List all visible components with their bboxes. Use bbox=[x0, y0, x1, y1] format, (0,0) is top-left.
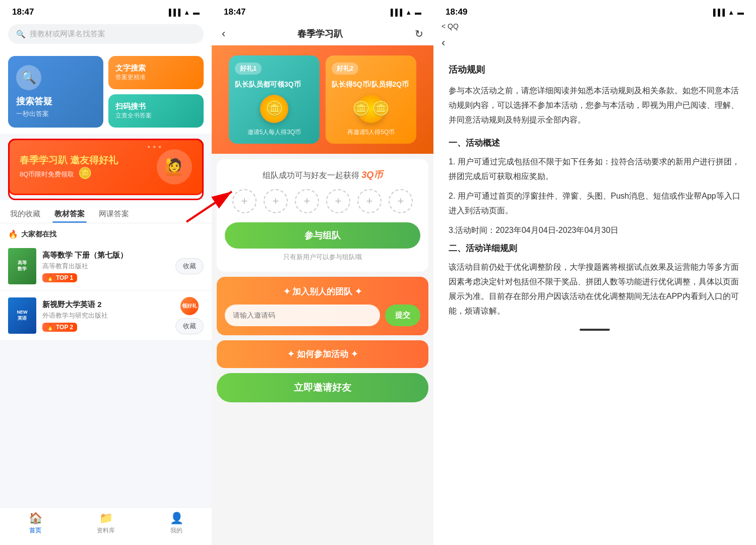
nav-home[interactable]: 🏠 首页 bbox=[0, 512, 71, 535]
gift-subtitle-2: 再邀请5人得5Q币 bbox=[332, 128, 410, 137]
gift-card-2: 好礼2 队长得5Q币/队员得2Q币 🪙🪙 再邀请5人得5Q币 bbox=[326, 55, 416, 144]
fire-icon-small: 🔥 bbox=[46, 274, 54, 281]
signal-icon: ▐▐▐ bbox=[166, 9, 180, 16]
tab-textbook-answers[interactable]: 教材答案 bbox=[52, 205, 87, 223]
book-title-1: 高等数学 下册（第七版） bbox=[42, 251, 169, 260]
book-info-1: 高等数学 下册（第七版） 高等教育出版社 🔥 TOP 1 bbox=[42, 251, 169, 282]
s2-refresh-btn[interactable]: ↻ bbox=[415, 28, 423, 40]
book-item-2: NEW英语 新视野大学英语 2 外语教学与研究出版社 🔥 TOP 2 领好礼 收… bbox=[0, 291, 212, 341]
s3-back-btn[interactable]: ‹ bbox=[433, 32, 756, 53]
book-info-2: 新视野大学英语 2 外语教学与研究出版社 🔥 TOP 2 bbox=[42, 300, 169, 332]
signal-icons-1: ▐▐▐ ▲ ▬ bbox=[166, 9, 200, 16]
team-slot-5: + bbox=[357, 189, 382, 213]
bottom-nav: 🏠 首页 📁 资料库 👤 我的 bbox=[0, 507, 212, 545]
rules-content: 活动规则 参与本次活动之前，请您详细阅读并知悉本活动规则及相关条款。如您不同意本… bbox=[433, 53, 756, 341]
banner-area: 春季学习趴 邀友得好礼 8Q币限时免费领取 🪙 🙋 ✦ ✦ ✦ bbox=[0, 134, 212, 200]
tab-online-answers[interactable]: 网课答案 bbox=[97, 205, 131, 223]
book-tag-1: 🔥 TOP 1 bbox=[42, 273, 77, 282]
invite-friends-btn[interactable]: 立即邀请好友 bbox=[217, 373, 428, 402]
nav-profile[interactable]: 👤 我的 bbox=[141, 512, 212, 535]
screen-spring-event: 18:47 ▐▐▐ ▲ ▬ ‹ 春季学习趴 ↻ 好礼1 队长队员都可领3Q币 🪙… bbox=[212, 0, 433, 545]
banner-coin-icon: 🪙 bbox=[78, 167, 92, 180]
screen-rules: 18:49 ▐▐▐ ▲ ▬ < QQ ‹ 活动规则 参与本次活动之前，请您详细阅… bbox=[433, 0, 756, 545]
fire-icon-small-2: 🔥 bbox=[46, 324, 54, 331]
nav-home-label: 首页 bbox=[29, 526, 41, 535]
banner-figure: 🙋 bbox=[157, 149, 192, 185]
team-slot-6: + bbox=[389, 189, 413, 213]
book-tag-2: 🔥 TOP 2 bbox=[42, 323, 77, 332]
invite-code-input[interactable] bbox=[225, 305, 380, 326]
signal-icons-2: ▐▐▐ ▲ ▬ bbox=[388, 9, 421, 16]
team-section: 组队成功可与好友一起获得 3Q币 + + + + + + 参与组队 只有新用户可… bbox=[217, 159, 428, 272]
book-publisher-2: 外语教学与研究出版社 bbox=[42, 311, 169, 320]
battery-icon-3: ▬ bbox=[737, 9, 744, 16]
qq-indicator: < QQ bbox=[433, 20, 756, 32]
search-answer-btn[interactable]: 🔍 搜索答疑 一秒出答案 bbox=[8, 56, 103, 128]
scan-search-btn[interactable]: 扫码搜书 立查全书答案 bbox=[108, 94, 204, 128]
wifi-icon-3: ▲ bbox=[728, 9, 734, 16]
gift-desc-2: 队长得5Q币/队员得2Q币 bbox=[332, 80, 410, 90]
join-team-btn[interactable]: 参与组队 bbox=[225, 222, 420, 249]
rule-item-3: 3.活动时间：2023年04月04日-2023年04月30日 bbox=[449, 223, 741, 238]
popular-section: 🔥 大家都在找 bbox=[0, 223, 212, 242]
wifi-icon-2: ▲ bbox=[405, 9, 412, 16]
time-3: 18:49 bbox=[446, 7, 467, 17]
text-search-subtitle: 答案更精准 bbox=[115, 73, 197, 82]
time-2: 18:47 bbox=[224, 7, 245, 17]
rules-title: 活动规则 bbox=[449, 64, 741, 76]
signal-icons-3: ▐▐▐ ▲ ▬ bbox=[711, 9, 744, 16]
rule-item-1: 1. 用户可通过完成包括但不限于如下任务如：拉符合活动要求的新用户进行拼团，拼团… bbox=[449, 155, 741, 184]
nav-library-label: 资料库 bbox=[97, 526, 115, 535]
book-list: 高等数学 高等数学 下册（第七版） 高等教育出版社 🔥 TOP 1 收藏 NEW… bbox=[0, 242, 212, 341]
banner-title: 春季学习趴 邀友得好礼 bbox=[20, 154, 157, 167]
search-icon: 🔍 bbox=[16, 30, 26, 39]
tab-my-favorites[interactable]: 我的收藏 bbox=[8, 205, 42, 223]
collect-btn-2[interactable]: 收藏 bbox=[175, 318, 204, 334]
team-slots: + + + + + + bbox=[225, 189, 420, 213]
svg-line-1 bbox=[186, 192, 232, 222]
s2-hero-section: 好礼1 队长队员都可领3Q币 🪙 邀请5人每人得3Q币 好礼2 队长得5Q币/队… bbox=[212, 45, 433, 154]
team-slot-4: + bbox=[326, 189, 350, 213]
time-1: 18:47 bbox=[12, 7, 34, 17]
how-title: ✦ 如何参加活动 ✦ bbox=[225, 348, 420, 360]
popular-label: 大家都在找 bbox=[21, 230, 56, 239]
status-bar-2: 18:47 ▐▐▐ ▲ ▬ bbox=[212, 0, 433, 20]
s2-back-btn[interactable]: ‹ bbox=[222, 27, 225, 40]
gift-coin-2: 🪙🪙 bbox=[357, 95, 385, 123]
section1-title: 一、活动概述 bbox=[449, 137, 741, 149]
team-reward: 3Q币 bbox=[361, 170, 383, 180]
search-placeholder: 搜教材或网课名找答案 bbox=[30, 29, 105, 39]
search-bar[interactable]: 🔍 搜教材或网课名找答案 bbox=[8, 24, 204, 44]
screen-home: 18:47 ▐▐▐ ▲ ▬ 🔍 搜教材或网课名找答案 🔍 搜索答疑 一秒出答案 … bbox=[0, 0, 212, 545]
team-note: 只有新用户可以参与组队哦 bbox=[225, 253, 420, 262]
invite-input-row: 提交 bbox=[225, 305, 420, 326]
gift-badge-1: 好礼1 bbox=[235, 63, 262, 75]
reward-badge: 领好礼 bbox=[180, 297, 199, 315]
book-title-2: 新视野大学英语 2 bbox=[42, 300, 169, 310]
gift-subtitle-1: 邀请5人每人得3Q币 bbox=[235, 128, 313, 137]
rules-para-2: 该活动目前仍处于优化调整阶段，大学搜题酱将根据试点效果及运营能力等多方面因素考虑… bbox=[449, 260, 741, 318]
battery-icon: ▬ bbox=[193, 9, 200, 16]
team-slot-3: + bbox=[295, 189, 319, 213]
text-search-btn[interactable]: 文字搜索 答案更精准 bbox=[108, 56, 204, 89]
signal-icon-2: ▐▐▐ bbox=[388, 9, 402, 16]
scan-search-subtitle: 立查全书答案 bbox=[115, 111, 197, 120]
join-other-section: ✦ 加入别人的团队 ✦ 提交 bbox=[217, 277, 428, 335]
signal-icon-3: ▐▐▐ bbox=[711, 9, 725, 16]
collect-btn-1[interactable]: 收藏 bbox=[175, 258, 204, 274]
wifi-icon: ▲ bbox=[183, 9, 190, 16]
fire-icon: 🔥 bbox=[8, 229, 18, 239]
banner-subtitle: 8Q币限时免费领取 bbox=[20, 170, 74, 179]
banner-text: 春季学习趴 邀友得好礼 8Q币限时免费领取 🪙 bbox=[20, 154, 157, 180]
book-cover-1: 高等数学 bbox=[8, 248, 36, 284]
gift-badge-2: 好礼2 bbox=[332, 63, 358, 75]
text-search-title: 文字搜索 bbox=[115, 64, 197, 73]
submit-invite-btn[interactable]: 提交 bbox=[385, 305, 420, 326]
book-item-1: 高等数学 高等数学 下册（第七版） 高等教育出版社 🔥 TOP 1 收藏 bbox=[0, 242, 212, 291]
status-bar-3: 18:49 ▐▐▐ ▲ ▬ bbox=[433, 0, 756, 20]
spring-banner[interactable]: 春季学习趴 邀友得好礼 8Q币限时免费领取 🪙 🙋 ✦ ✦ ✦ bbox=[8, 139, 204, 195]
nav-library[interactable]: 📁 资料库 bbox=[71, 512, 141, 535]
scan-search-title: 扫码搜书 bbox=[115, 102, 197, 111]
tabs-row: 我的收藏 教材答案 网课答案 bbox=[0, 200, 212, 223]
red-arrow-svg bbox=[181, 181, 242, 242]
